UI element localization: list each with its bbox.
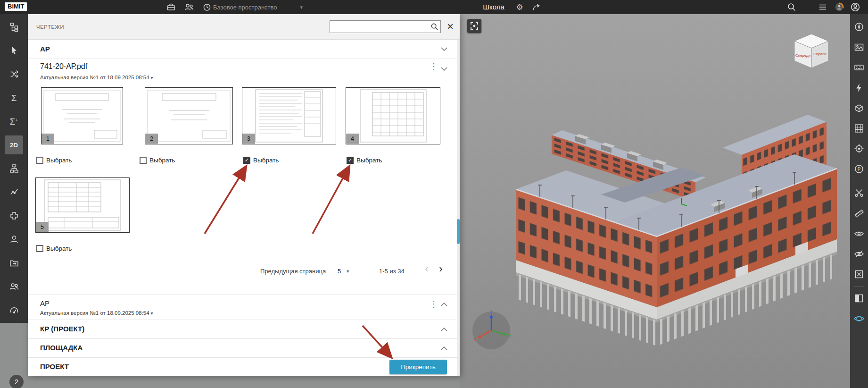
chevron-down-icon: ▾ [300, 4, 303, 10]
search-input[interactable] [330, 23, 430, 30]
section-ploshchadka[interactable]: ПЛОЩАДКА [28, 338, 460, 357]
version-dropdown[interactable]: Актуальная версия №1 от 18.09.2025 08:54… [40, 310, 153, 316]
isolate-icon[interactable] [852, 291, 866, 305]
sidebar-item-sum[interactable]: Σ [0, 86, 28, 110]
topbar: BiMiT Базовое пространство ▾ Школа ⚙ [0, 0, 868, 14]
page-range-label: 1-5 из 34 [379, 268, 405, 275]
search-field[interactable] [330, 20, 441, 33]
shuffle-icon [9, 69, 19, 79]
section-kr-proekt[interactable]: КР (ПРОЕКТ) [28, 320, 460, 338]
settings-gear-icon[interactable]: ⚙ [514, 1, 525, 13]
lightning-icon[interactable] [852, 81, 866, 95]
file-name[interactable]: 741-20-АР.pdf [40, 62, 87, 71]
section-cut-icon[interactable] [852, 186, 866, 200]
section-proekt[interactable]: ПРОЕКТ Прикрепить [28, 357, 460, 376]
sidebar-item-select[interactable] [0, 39, 28, 62]
toolbar-divider [854, 286, 864, 287]
prev-page-icon[interactable]: ‹ [421, 262, 432, 276]
sidebar-item-folder-share[interactable] [0, 251, 28, 275]
axis-y-label: y [509, 333, 511, 338]
version-dropdown[interactable]: Актуальная версия №1 от 18.09.2025 08:54… [40, 75, 153, 80]
keyboard-icon[interactable] [852, 60, 866, 75]
2d-icon: 2D [10, 142, 18, 149]
caret-down-icon: ▾ [151, 75, 153, 80]
share-icon[interactable] [530, 1, 542, 13]
select-page-3-checkbox[interactable]: ✓ Выбрать [243, 157, 279, 164]
toolbox-icon[interactable] [165, 1, 177, 13]
page-thumbnail[interactable]: 4 [346, 87, 440, 144]
compass-icon[interactable] [852, 20, 866, 34]
measure-ruler-icon[interactable] [852, 206, 866, 220]
gauge-icon [9, 305, 19, 315]
visibility-eye-icon[interactable] [852, 227, 866, 241]
search-icon[interactable] [785, 1, 798, 13]
chevron-up-icon [441, 346, 447, 350]
svg-text:P: P [858, 167, 861, 172]
sidebar-item-sum-plus[interactable]: Σ+ [0, 110, 28, 133]
page-thumbnail[interactable]: 1 [41, 87, 123, 144]
users-icon [9, 282, 19, 291]
attach-button[interactable]: Прикрепить [389, 360, 447, 374]
panel-scrollbar-track [457, 40, 460, 376]
viewport-3d[interactable]: Спереди Справа z x y [460, 14, 850, 388]
sidebar-item-links[interactable] [0, 62, 28, 86]
sidebar-item-user[interactable] [0, 228, 28, 251]
select-page-5-checkbox[interactable]: ✓ Выбрать [36, 245, 72, 252]
clear-selection-icon[interactable] [852, 267, 866, 281]
menu-list-icon[interactable] [817, 1, 829, 13]
sidebar-item-plugins[interactable] [0, 204, 28, 228]
view-cube-face-front[interactable]: Спереди [795, 53, 810, 58]
app-logo: BiMiT [5, 2, 27, 11]
chevron-down-icon[interactable] [441, 67, 447, 71]
page-number-badge: 3 [242, 134, 255, 144]
sidebar-item-structure[interactable] [0, 15, 28, 39]
checkbox-icon: ✓ [36, 245, 43, 252]
counter-badge[interactable]: 2 [9, 375, 24, 388]
page-thumbnail[interactable]: 5 [35, 177, 130, 233]
team-icon[interactable] [183, 1, 195, 13]
sigma-icon: Σ [11, 93, 17, 102]
page-size-select[interactable]: 5▾ [338, 268, 349, 275]
cursor-icon [9, 46, 19, 55]
focus-center-icon[interactable] [852, 142, 866, 156]
sidebar-item-flowchart[interactable] [0, 157, 28, 180]
sidebar-item-dashboard[interactable] [0, 298, 28, 322]
chevron-up-icon[interactable] [441, 303, 447, 306]
profile-icon[interactable] [849, 1, 861, 13]
snapshot-crop-icon[interactable] [467, 19, 481, 33]
close-icon[interactable]: × [444, 19, 457, 34]
account-ring-icon[interactable] [833, 1, 845, 13]
orbit-mode-icon[interactable] [852, 312, 866, 326]
annotation-arrow [313, 167, 349, 234]
point-info-icon[interactable]: P [852, 162, 866, 176]
grid-icon[interactable] [852, 121, 866, 135]
kebab-menu-icon[interactable]: ⋮ [430, 61, 438, 72]
section-box-icon[interactable] [852, 101, 866, 115]
sidebar-item-2d-drawings[interactable]: 2D [0, 133, 28, 157]
view-cube-face-right[interactable]: Справа [813, 52, 827, 56]
view-cube[interactable]: Спереди Справа [792, 32, 831, 72]
axis-gizmo[interactable]: z x y [471, 310, 512, 351]
chevron-up-icon [441, 328, 447, 331]
app-window: BiMiT Базовое пространство ▾ Школа ⚙ [0, 0, 868, 388]
select-page-4-checkbox[interactable]: ✓ Выбрать [347, 157, 382, 164]
kebab-menu-icon[interactable]: ⋮ [430, 299, 438, 309]
select-page-2-checkbox[interactable]: ✓ Выбрать [140, 157, 175, 164]
group-header-ar[interactable]: АР [28, 40, 460, 59]
left-toolbar: Σ Σ+ 2D [0, 14, 28, 323]
sigma-plus-icon: Σ+ [9, 117, 18, 126]
next-page-icon[interactable]: › [435, 262, 446, 276]
checkbox-icon: ✓ [243, 157, 250, 164]
hide-eye-off-icon[interactable] [852, 247, 866, 261]
list-item-ar[interactable]: АР Актуальная версия №1 от 18.09.2025 08… [28, 295, 460, 320]
page-thumbnail[interactable]: 3 [242, 87, 336, 144]
checkbox-icon: ✓ [36, 157, 43, 164]
sidebar-item-users[interactable] [0, 275, 28, 298]
select-page-1-checkbox[interactable]: ✓ Выбрать [36, 157, 72, 164]
sidebar-item-charts[interactable] [0, 180, 28, 204]
panel-scrollbar-thumb[interactable] [457, 219, 460, 244]
render-image-icon[interactable] [852, 40, 866, 54]
page-thumbnail[interactable]: 2 [145, 87, 233, 144]
version-history-icon[interactable] [201, 1, 213, 13]
workspace-dropdown[interactable]: Базовое пространство ▾ [213, 0, 303, 14]
